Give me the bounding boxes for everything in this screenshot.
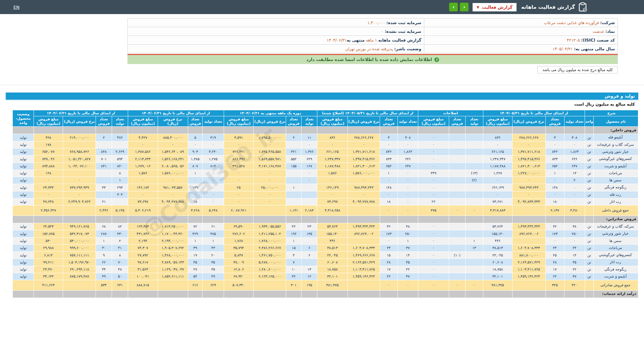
section-cell — [96, 216, 112, 223]
value-cell: ۲,۶۲۹ — [112, 148, 128, 155]
section-label-cell: فروش داخلي: — [594, 127, 638, 134]
registered-capital-label: سرمایه ثبت شده: — [386, 20, 421, 25]
value-cell: ۰ — [418, 184, 449, 191]
value-cell: ۰ — [418, 252, 449, 259]
chevron-down-icon: ▼ — [477, 5, 479, 9]
value-cell — [286, 191, 302, 198]
value-cell: ۳۸,۵۱۳ — [317, 244, 348, 251]
value-cell: ۴۸ — [112, 266, 128, 273]
value-cell: ۱,۵۷۶,۰۰۰,۰۰۰ — [347, 170, 380, 177]
value-cell: ۰ — [203, 198, 224, 205]
desc-group-header: شرح — [585, 110, 638, 116]
value-cell — [449, 141, 465, 148]
section-cell — [34, 127, 63, 134]
value-cell: ۰ — [418, 259, 449, 266]
sub-column-header: مبلغ فروش (میلیون ریال) — [224, 116, 254, 127]
value-cell — [112, 141, 128, 148]
value-cell: ۱,۲۲۷ — [483, 170, 512, 177]
unit-cell: تن — [585, 230, 594, 237]
prev-report-button[interactable]: ‹ — [460, 3, 469, 11]
value-cell: ۴,۰۹۲,۸۳۳,۳۳۳ — [512, 198, 545, 205]
value-cell: ۱,۸۵۲,۶۱۱,۱۱۱ — [158, 273, 188, 280]
value-cell: ۱ — [545, 170, 564, 177]
section-cell — [158, 127, 188, 134]
section-cell — [585, 127, 594, 134]
table-row: سرکه، گلاب و عرقيجاتتن۰۰۰۰۰۰۰۰۰۰۰۰۰۰۰۰۱۷… — [13, 141, 638, 148]
report-type-dropdown[interactable]: گزارش فعالیت ▼ — [473, 3, 517, 11]
value-cell: ۵۰ — [112, 273, 128, 280]
value-cell — [302, 198, 317, 205]
value-cell: ۰ — [418, 244, 449, 251]
value-cell: ۱,۰۵۱,۴۲۰,۸۲۷ — [63, 156, 96, 163]
value-cell — [449, 191, 465, 198]
unit-cell: تن — [585, 163, 594, 170]
value-cell: ۲,۱۶۴,۵۷۱,۴۲۹ — [347, 259, 380, 266]
sub-column-header: تعداد تولید — [465, 116, 483, 127]
value-cell: ۰ — [397, 177, 418, 184]
value-cell: ۰ — [512, 191, 545, 198]
value-cell: ۶۴۶ — [564, 156, 585, 163]
value-cell: ۲ — [112, 237, 128, 244]
section-label-cell: درآمد ارائه خدمات: — [594, 291, 638, 298]
info-row: نماد: غدشت سرمایه ثبت نشده: ۰ — [128, 27, 618, 36]
next-report-button[interactable]: › — [449, 3, 458, 11]
value-cell — [465, 184, 483, 191]
value-cell: ۰ — [465, 205, 483, 216]
value-cell: ۱,۶۷۹,۰۱۶ — [128, 163, 158, 170]
value-cell: ۰ — [564, 198, 585, 205]
value-cell: ۱,۵۷۶,۰۰۰,۰۰۰ — [158, 170, 188, 177]
top-bar: گزارش فعالیت ماهانه گزارش فعالیت ▼ ‹ › E… — [0, 0, 644, 14]
value-cell: ۶۶۱,۱۶۵ — [317, 148, 348, 155]
value-cell: ۱,۱۸۷,۴۸۸ — [317, 163, 348, 170]
value-cell: ۳۶ — [286, 223, 302, 230]
product-name-cell: مرباجات — [594, 170, 638, 177]
language-toggle-link[interactable]: EN — [13, 5, 19, 10]
report-period-duration: ۱ ماهه — [366, 38, 377, 43]
value-cell: ۳,۵۹۱ — [224, 134, 254, 141]
product-name-cell: جمع فروش داخلی — [594, 205, 638, 216]
section-cell — [302, 127, 317, 134]
value-cell: ۶۱ — [203, 223, 224, 230]
value-cell: ۰ — [418, 191, 449, 198]
table-row: کنسروهاي غيرگوشتيتن۶۴۶۸۳۳۱,۴۹۷,۴۱۵,۳۶۶۱,… — [13, 156, 638, 163]
value-cell: ۷۳۷,۲۹۳,۹۳۹ — [63, 184, 96, 191]
value-cell: ۰ — [397, 184, 418, 191]
value-cell: ۱,۱۰۳,۴۱۱,۷۶۵ — [512, 266, 545, 273]
section-cell — [254, 291, 286, 298]
value-cell: ۲۲ — [545, 273, 564, 280]
value-cell: ۱,۶۰۴,۷۰۸,۳۳۳ — [512, 244, 545, 251]
value-cell: ۱۲۳,۳۵۴ — [128, 223, 158, 230]
value-cell: ۱۳ — [564, 170, 585, 177]
value-cell: ۷۲۶,۴۲۱ — [224, 148, 254, 155]
value-cell — [465, 252, 483, 259]
value-cell: ۱,۵۰۳,۱۹۶,۹۷۰ — [63, 259, 96, 266]
value-cell: ۰ — [564, 237, 585, 244]
unit-cell: تن — [585, 198, 594, 205]
value-cell: ۱۱ — [302, 134, 317, 141]
value-cell — [512, 205, 545, 216]
value-cell: ۳,۲۴۰ — [203, 148, 224, 155]
value-cell — [465, 134, 483, 141]
value-cell: ۱,۷۹۵,۵۰۰,۰۰۰ — [254, 134, 286, 141]
value-cell: ۲ — [96, 134, 112, 141]
value-cell: ۲,۱۱۳,۷۴۳ — [128, 156, 158, 163]
section-cell — [302, 216, 317, 223]
value-cell: ۸۲ — [112, 223, 128, 230]
value-cell: ۶۶ — [96, 259, 112, 266]
value-cell: ۰ — [224, 191, 254, 198]
value-cell: ۰ — [34, 177, 63, 184]
status-cell: تولید — [13, 273, 34, 280]
value-cell: ۳۲,۱۰۱ — [483, 273, 512, 280]
value-cell: ۳۵,۷۹۴ — [224, 244, 254, 251]
value-cell: ۳۷,۰۰۹ — [224, 259, 254, 266]
value-cell: ۲۷۸,۶۶۶,۶۶۷ — [347, 134, 380, 141]
section-cell — [224, 216, 254, 223]
sub-column-header: مبلغ فروش (میلیون ریال) — [34, 116, 63, 127]
value-cell: ۳۵ — [397, 259, 418, 266]
table-row: خيار شور وترشيتن۱,۸۶۴۸۴۲۱,۳۷۱,۷۱۱,۶۱۸۶۶۱… — [13, 148, 638, 155]
value-cell: ۵,۲۸۷,۰۰۰,۰۰۰ — [254, 259, 286, 266]
value-cell: ۱۶۷ — [302, 163, 317, 170]
section-cell — [483, 127, 512, 134]
value-cell: (۱۳) — [465, 170, 483, 177]
value-cell: ۶۴۷ — [564, 163, 585, 170]
